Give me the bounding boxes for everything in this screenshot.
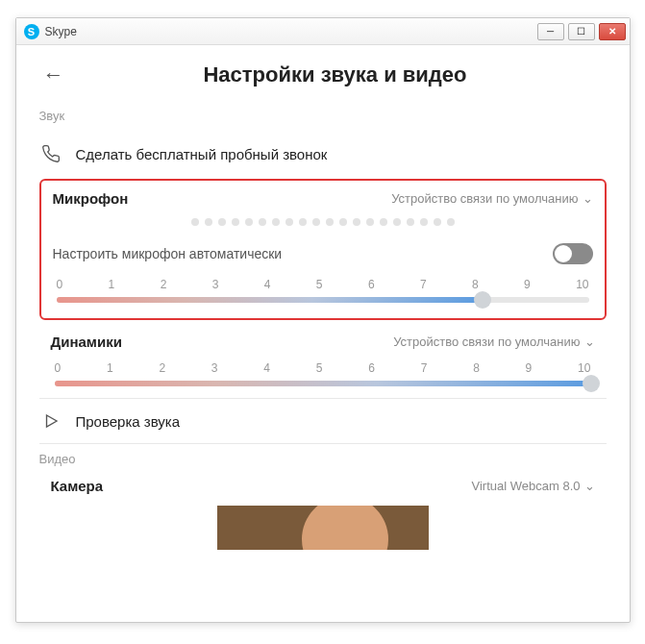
chevron-down-icon: ⌄: [584, 334, 595, 349]
chevron-down-icon: ⌄: [583, 191, 593, 206]
scale-tick: 0: [57, 278, 63, 291]
page-title: Настройки звука и видео: [64, 62, 607, 87]
close-button[interactable]: ✕: [599, 23, 626, 40]
camera-device-select[interactable]: Virtual Webcam 8.0 ⌄: [472, 479, 595, 493]
sound-test-row[interactable]: Проверка звука: [39, 403, 607, 439]
speakers-volume-slider[interactable]: [55, 381, 591, 386]
app-window: S Skype ─ ☐ ✕ ← Настройки звука и видео …: [15, 17, 631, 623]
mic-device-select[interactable]: Устройство связи по умолчанию ⌄: [391, 191, 592, 206]
titlebar: S Skype ─ ☐ ✕: [16, 18, 630, 45]
mic-thumb[interactable]: [474, 291, 491, 309]
divider: [39, 398, 607, 399]
phone-icon: [39, 144, 62, 163]
back-button[interactable]: ←: [43, 62, 64, 87]
divider: [39, 443, 607, 444]
scale-tick: 7: [421, 361, 428, 375]
page-header: ← Настройки звука и видео: [39, 62, 607, 87]
sound-section-label: Звук: [39, 109, 607, 123]
speakers-scale: 012345678910: [51, 361, 595, 375]
scale-tick: 6: [368, 278, 375, 291]
spk-track: [55, 381, 591, 386]
speakers-device-row: Динамики Устройство связи по умолчанию ⌄: [51, 334, 595, 350]
window-title: Skype: [45, 25, 77, 38]
test-call-row[interactable]: Сделать бесплатный пробный звонок: [39, 135, 607, 173]
scale-tick: 1: [107, 361, 113, 375]
camera-preview: [217, 506, 429, 550]
scale-tick: 9: [526, 361, 533, 375]
spk-thumb[interactable]: [583, 375, 600, 392]
window-controls: ─ ☐ ✕: [537, 23, 626, 40]
scale-tick: 2: [159, 361, 165, 375]
scale-tick: 6: [368, 361, 375, 375]
play-icon: [39, 412, 62, 430]
scale-tick: 9: [524, 278, 531, 291]
scale-tick: 4: [264, 278, 271, 291]
sound-test-label: Проверка звука: [76, 413, 181, 430]
scale-tick: 4: [263, 361, 270, 375]
video-section-label: Видео: [39, 452, 607, 466]
microphone-panel: Микрофон Устройство связи по умолчанию ⌄…: [39, 179, 607, 320]
speakers-panel: Динамики Устройство связи по умолчанию ⌄…: [39, 330, 607, 394]
scale-tick: 1: [109, 278, 115, 291]
scale-tick: 7: [420, 278, 427, 291]
speakers-device-name: Устройство связи по умолчанию: [393, 334, 580, 349]
minimize-button[interactable]: ─: [537, 23, 564, 40]
scale-tick: 8: [472, 278, 479, 291]
test-call-label: Сделать бесплатный пробный звонок: [76, 146, 328, 162]
camera-device-name: Virtual Webcam 8.0: [472, 479, 581, 493]
settings-page: ← Настройки звука и видео Звук Сделать б…: [16, 45, 630, 622]
skype-logo-icon: S: [24, 24, 39, 39]
scale-tick: 10: [576, 278, 588, 291]
scale-tick: 3: [212, 278, 219, 291]
mic-auto-label: Настроить микрофон автоматически: [53, 246, 283, 261]
scale-tick: 2: [161, 278, 167, 291]
camera-label: Камера: [51, 478, 104, 494]
scale-tick: 10: [578, 361, 590, 375]
mic-device-name: Устройство связи по умолчанию: [391, 191, 578, 206]
mic-auto-row: Настроить микрофон автоматически: [53, 243, 593, 264]
mic-label: Микрофон: [53, 190, 129, 207]
speakers-device-select[interactable]: Устройство связи по умолчанию ⌄: [393, 334, 594, 349]
mic-track: [57, 297, 483, 303]
scale-tick: 8: [473, 361, 480, 375]
mic-device-row: Микрофон Устройство связи по умолчанию ⌄: [53, 190, 593, 207]
mic-auto-toggle[interactable]: [553, 243, 593, 264]
scale-tick: 5: [316, 278, 323, 291]
mic-level-meter: [53, 218, 593, 226]
scale-tick: 5: [316, 361, 323, 375]
scale-tick: 0: [55, 361, 62, 375]
svg-marker-0: [46, 415, 57, 427]
mic-scale: 012345678910: [53, 278, 593, 291]
speakers-label: Динамики: [51, 334, 122, 350]
mic-volume-slider[interactable]: [57, 297, 589, 303]
maximize-button[interactable]: ☐: [568, 23, 595, 40]
toggle-knob: [555, 245, 572, 262]
chevron-down-icon: ⌄: [584, 479, 595, 493]
camera-device-row: Камера Virtual Webcam 8.0 ⌄: [39, 478, 607, 494]
scale-tick: 3: [211, 361, 218, 375]
